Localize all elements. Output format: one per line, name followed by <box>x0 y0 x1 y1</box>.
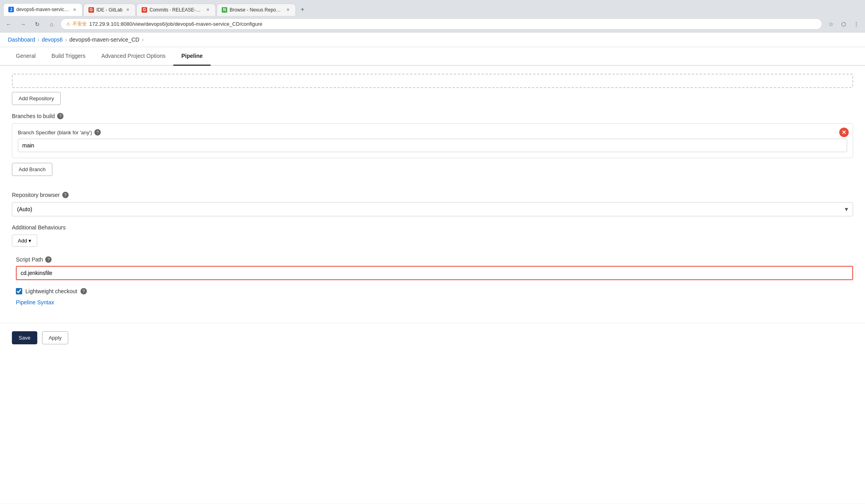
lightweight-checkout-checkbox[interactable] <box>16 288 22 294</box>
tab-nexus[interactable]: N Browse - Nexus Repository M... ✕ <box>217 4 296 16</box>
tab-commits-close[interactable]: ✕ <box>205 7 211 12</box>
bookmark-icon[interactable]: ☆ <box>825 19 836 30</box>
apply-button[interactable]: Apply <box>42 331 69 344</box>
tab-advanced-project-options[interactable]: Advanced Project Options <box>93 47 173 66</box>
branch-specifier-row: Branch Specifier (blank for 'any') ? ✕ <box>12 123 853 158</box>
browser-icons: ☆ ⬡ ⋮ <box>825 19 862 30</box>
security-warning-label: 不安全 <box>73 21 87 27</box>
branch-specifier-input[interactable] <box>18 139 847 152</box>
script-path-section: Script Path ? <box>12 256 853 280</box>
tab-pipeline[interactable]: Pipeline <box>173 47 211 66</box>
repository-browser-label: Repository browser ? <box>12 192 853 198</box>
tab-bar: J devops6-maven-service_CD C... ✕ G IDE … <box>0 0 865 16</box>
repository-browser-help-icon[interactable]: ? <box>62 192 69 198</box>
page-wrapper: General Build Triggers Advanced Project … <box>0 47 865 504</box>
tab-gitlab-label: IDE - GitLab <box>96 7 123 13</box>
tab-build-triggers[interactable]: Build Triggers <box>44 47 94 66</box>
home-button[interactable]: ⌂ <box>46 19 57 30</box>
repository-browser-select-wrapper: (Auto) ▼ <box>12 202 853 216</box>
extensions-icon[interactable]: ⬡ <box>838 19 849 30</box>
tab-nexus-close[interactable]: ✕ <box>285 7 291 12</box>
breadcrumb: Dashboard › devops6 › devops6-maven-serv… <box>0 32 865 47</box>
breadcrumb-sep-3: › <box>142 36 144 43</box>
breadcrumb-sep-2: › <box>65 36 67 43</box>
branch-specifier-help-icon[interactable]: ? <box>94 129 101 136</box>
tab-jenkins-close[interactable]: ✕ <box>72 7 77 12</box>
forward-button[interactable]: → <box>17 19 29 30</box>
script-path-input[interactable] <box>16 266 853 280</box>
tab-gitlab[interactable]: G IDE - GitLab ✕ <box>83 4 136 16</box>
action-bar: Save Apply <box>0 323 865 352</box>
tab-commits[interactable]: G Commits · RELEASE-9.9.9 · dev ... ✕ <box>136 4 216 16</box>
lightweight-checkout-row: Lightweight checkout ? <box>12 288 853 294</box>
add-repository-section: Add Repository <box>12 92 853 105</box>
branches-to-build-label: Branches to build ? <box>12 113 853 119</box>
content-area: General Build Triggers Advanced Project … <box>0 47 865 504</box>
reload-button[interactable]: ↻ <box>32 19 43 30</box>
additional-behaviours-section: Additional Behaviours Add ▾ <box>12 224 853 247</box>
branches-help-icon[interactable]: ? <box>57 113 63 119</box>
add-behaviour-button[interactable]: Add ▾ <box>12 235 37 247</box>
repository-browser-section: Repository browser ? (Auto) ▼ <box>12 192 853 216</box>
script-path-help-icon[interactable]: ? <box>45 256 52 263</box>
add-behaviour-arrow: ▾ <box>29 238 31 244</box>
tab-gitlab-close[interactable]: ✕ <box>125 7 130 12</box>
address-url: 172.29.9.101:8080/view/devops6/job/devop… <box>89 21 263 27</box>
add-repository-button[interactable]: Add Repository <box>12 92 61 105</box>
pipeline-syntax-link[interactable]: Pipeline Syntax <box>12 299 853 305</box>
tab-nexus-label: Browse - Nexus Repository M... <box>230 7 283 13</box>
tab-jenkins-label: devops6-maven-service_CD C... <box>16 7 69 12</box>
back-button[interactable]: ← <box>3 19 14 30</box>
remove-branch-button[interactable]: ✕ <box>839 128 849 137</box>
new-tab-button[interactable]: + <box>297 4 308 15</box>
menu-icon[interactable]: ⋮ <box>851 19 862 30</box>
lightweight-checkout-label[interactable]: Lightweight checkout <box>25 288 77 294</box>
form-content: Add Repository Branches to build ? Branc… <box>0 66 865 323</box>
additional-behaviours-label: Additional Behaviours <box>12 224 853 231</box>
address-bar-row: ← → ↻ ⌂ ⚠ 不安全 172.29.9.101:8080/view/dev… <box>0 16 865 32</box>
script-path-label: Script Path ? <box>16 256 853 263</box>
lightweight-checkout-help-icon[interactable]: ? <box>81 288 87 294</box>
breadcrumb-sep-1: › <box>38 36 40 43</box>
breadcrumb-dashboard[interactable]: Dashboard <box>8 36 35 43</box>
config-tabs: General Build Triggers Advanced Project … <box>0 47 865 66</box>
branches-to-build-section: Branches to build ? Branch Specifier (bl… <box>12 113 853 184</box>
security-warning-icon: ⚠ <box>66 21 70 27</box>
repository-dashed-section <box>12 74 853 88</box>
address-bar[interactable]: ⚠ 不安全 172.29.9.101:8080/view/devops6/job… <box>60 18 822 30</box>
breadcrumb-devops6[interactable]: devops6 <box>42 36 63 43</box>
add-branch-button[interactable]: Add Branch <box>12 163 52 176</box>
repository-browser-select[interactable]: (Auto) <box>12 202 853 216</box>
browser-chrome: J devops6-maven-service_CD C... ✕ G IDE … <box>0 0 865 32</box>
save-button[interactable]: Save <box>12 331 37 344</box>
branch-specifier-label: Branch Specifier (blank for 'any') ? <box>18 129 847 136</box>
breadcrumb-job: devops6-maven-service_CD <box>69 36 140 43</box>
tab-commits-label: Commits · RELEASE-9.9.9 · dev ... <box>150 7 203 13</box>
tab-general[interactable]: General <box>8 47 44 66</box>
add-behaviour-label: Add <box>18 238 27 244</box>
tab-jenkins[interactable]: J devops6-maven-service_CD C... ✕ <box>3 3 82 16</box>
